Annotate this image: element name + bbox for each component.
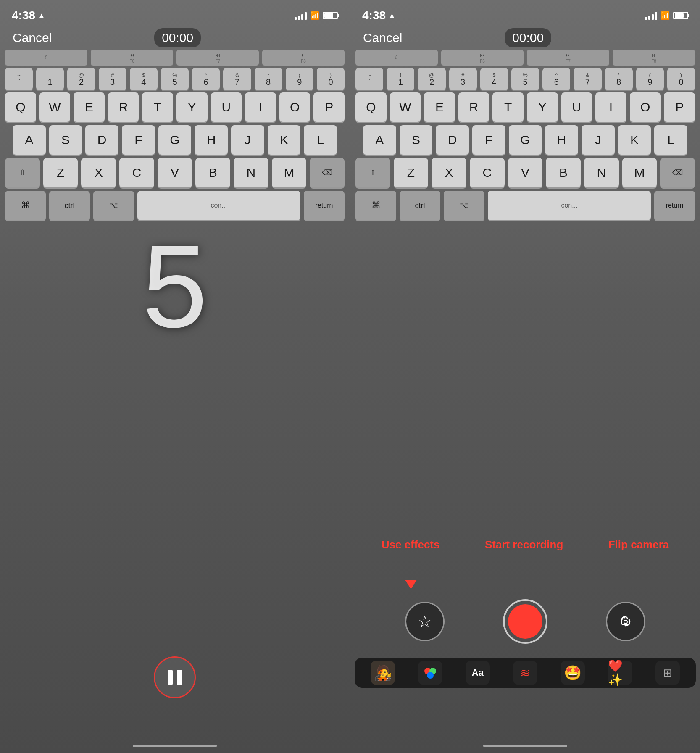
pause-bar-left <box>168 670 173 685</box>
toolbar-color[interactable] <box>418 661 442 685</box>
key-r: R <box>108 92 139 122</box>
key-opt: ⌥ <box>93 191 134 220</box>
effects-toolbar: 🧑‍🎤 Aa ≋ 🤩 ❤️✨ ⊞ <box>355 658 696 688</box>
right-battery-fill <box>675 13 684 18</box>
record-inner-circle <box>508 604 542 639</box>
num-key: )0 <box>317 68 345 90</box>
right-nav-bar: Cancel 00:00 <box>350 23 700 53</box>
pause-button[interactable] <box>154 656 196 698</box>
right-timer: 00:00 <box>505 28 551 47</box>
key-shift: ⇧ <box>5 158 40 187</box>
left-panel: ☾ ⏮ F6 ⏭ F7 ⏯ F8 ~` !1 @2 #3 $4 %5 ^6 & <box>0 0 350 753</box>
num-key: %5 <box>161 68 189 90</box>
num-key: ~` <box>5 68 33 90</box>
num-key: &7 <box>223 68 251 90</box>
right-asdf-row: A S D F G H J K L <box>350 125 700 155</box>
toolbar-text[interactable]: Aa <box>466 661 490 685</box>
start-recording-label: Start recording <box>485 538 563 551</box>
key-p: P <box>313 92 345 122</box>
right-keyboard-area: ☾ ⏮ F6 ⏭ F7 ⏯ F8 ~` !1 @2 #3 $4 %5 ^6 & <box>350 46 700 661</box>
toolbar-wave[interactable]: ≋ <box>513 661 537 685</box>
right-number-row: ~` !1 @2 #3 $4 %5 ^6 &7 *8 (9 )0 <box>350 66 700 92</box>
flip-camera-button[interactable] <box>606 602 645 641</box>
left-status-icons: 📶 <box>295 11 338 20</box>
key-n: N <box>234 158 268 187</box>
key-k: K <box>268 125 301 155</box>
bottom-row: ⌘ ctrl ⌥ con... return <box>0 191 350 220</box>
right-panel: ☾ ⏮ F6 ⏭ F7 ⏯ F8 ~` !1 @2 #3 $4 %5 ^6 & <box>350 0 700 753</box>
key-c: C <box>119 158 154 187</box>
key-o: O <box>279 92 311 122</box>
num-key: !1 <box>36 68 64 90</box>
number-row: ~` !1 @2 #3 $4 %5 ^6 &7 *8 (9 )0 <box>0 66 350 92</box>
key-v: V <box>158 158 192 187</box>
toolbar-memoji[interactable]: 🧑‍🎤 <box>371 661 395 685</box>
pause-bar-right <box>177 670 182 685</box>
toolbar-heart[interactable]: ❤️✨ <box>608 661 632 685</box>
svg-point-4 <box>427 672 434 679</box>
key-j: J <box>231 125 264 155</box>
key-m: M <box>272 158 307 187</box>
key-return: return <box>304 191 345 220</box>
right-qwerty-row: Q W E R T Y U I O P <box>350 92 700 122</box>
key-x: X <box>81 158 116 187</box>
right-location-icon: ▲ <box>388 11 396 20</box>
key-e: E <box>74 92 105 122</box>
wifi-icon: 📶 <box>310 11 319 20</box>
left-status-bar: 4:38 ▲ 📶 <box>0 0 350 25</box>
left-timer: 00:00 <box>154 28 201 47</box>
toolbar-sticker[interactable]: 🤩 <box>561 661 585 685</box>
effects-button[interactable]: ☆ <box>405 602 445 641</box>
right-wifi-icon: 📶 <box>661 11 670 20</box>
num-key: $4 <box>130 68 158 90</box>
key-d: D <box>85 125 118 155</box>
key-h: H <box>195 125 228 155</box>
countdown-display: 5 <box>142 227 208 345</box>
right-time: 4:38 <box>362 9 386 22</box>
right-status-bar: 4:38 ▲ 📶 <box>350 0 700 25</box>
left-location-icon: ▲ <box>38 11 45 20</box>
key-q: Q <box>5 92 36 122</box>
effects-arrow <box>405 580 417 589</box>
keyboard-area: ☾ ⏮ F6 ⏭ F7 ⏯ F8 ~` !1 @2 #3 $4 %5 ^6 & <box>0 46 350 753</box>
right-zxcv-row: ⇧ Z X C V B N M ⌫ <box>350 158 700 187</box>
key-w: W <box>39 92 71 122</box>
num-key: @2 <box>67 68 95 90</box>
key-g: G <box>158 125 192 155</box>
right-cancel-button[interactable]: Cancel <box>363 31 402 45</box>
key-ctrl: ctrl <box>49 191 90 220</box>
key-s: S <box>49 125 82 155</box>
key-z: Z <box>43 158 78 187</box>
left-time: 4:38 <box>12 9 35 22</box>
key-t: T <box>142 92 173 122</box>
right-battery-icon <box>673 12 688 19</box>
left-home-indicator <box>133 745 217 747</box>
key-i: I <box>245 92 276 122</box>
key-space: con... <box>137 191 300 220</box>
toolbar-grid[interactable]: ⊞ <box>655 661 680 685</box>
num-key: ^6 <box>192 68 220 90</box>
right-signal-icon <box>645 11 657 20</box>
key-f: F <box>122 125 155 155</box>
use-effects-label: Use effects <box>382 538 440 551</box>
num-key: *8 <box>255 68 282 90</box>
key-delete: ⌫ <box>310 158 345 187</box>
right-bottom-row: ⌘ ctrl ⌥ con... return <box>350 191 700 220</box>
key-u: U <box>211 92 242 122</box>
num-key: (9 <box>286 68 313 90</box>
record-button[interactable] <box>503 599 547 644</box>
pause-icon <box>168 670 182 685</box>
asdf-row: A S D F G H J K L <box>0 125 350 155</box>
qwerty-row: Q W E R T Y U I O P <box>0 92 350 122</box>
key-l: L <box>304 125 337 155</box>
right-status-icons: 📶 <box>645 11 688 20</box>
flip-camera-label: Flip camera <box>608 538 669 551</box>
signal-icon <box>295 11 307 20</box>
svg-point-1 <box>624 620 627 624</box>
right-home-indicator <box>483 745 567 747</box>
key-a: A <box>13 125 46 155</box>
num-key: #3 <box>99 68 126 90</box>
battery-icon <box>323 12 338 19</box>
left-cancel-button[interactable]: Cancel <box>13 31 52 45</box>
battery-fill <box>324 13 333 18</box>
